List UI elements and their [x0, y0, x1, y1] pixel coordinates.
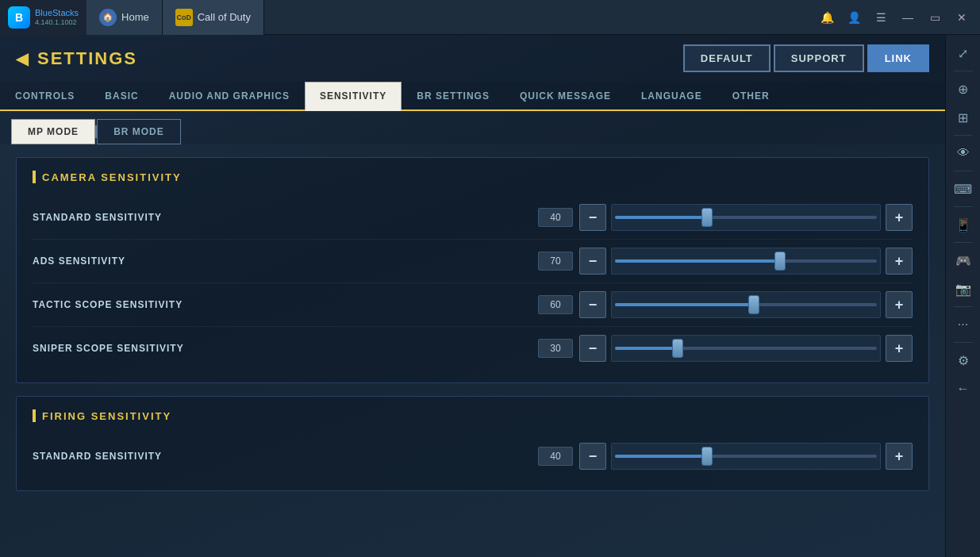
tab-controls[interactable]: CONTROLS	[0, 82, 90, 109]
bluestacks-name: BlueStacks	[35, 8, 79, 18]
standard-sens-increase[interactable]: +	[886, 204, 913, 231]
tab-audio-graphics[interactable]: AUDIO AND GRAPHICS	[154, 82, 305, 109]
settings-title-text: SETTINGS	[37, 48, 137, 69]
sniper-sens-increase[interactable]: +	[886, 335, 913, 362]
toolbar-separator-5	[954, 242, 973, 243]
notification-button[interactable]: 🔔	[815, 6, 839, 29]
tab-br-settings[interactable]: BR SETTINGS	[402, 82, 505, 109]
sniper-sens-slider[interactable]	[611, 335, 881, 362]
cod-label: Call of Duty	[198, 11, 251, 23]
tactic-sens-slider[interactable]	[611, 291, 881, 318]
settings-icon[interactable]: ⚙	[950, 347, 977, 374]
firing-standard-increase[interactable]: +	[886, 443, 913, 470]
settings-title: ◀ SETTINGS	[16, 48, 137, 69]
phone-icon[interactable]: 📱	[950, 211, 977, 238]
bluestacks-logo[interactable]: B BlueStacks 4.140.1.1002	[0, 0, 86, 35]
eye-icon[interactable]: 👁	[950, 140, 977, 167]
back-icon[interactable]: ←	[950, 375, 977, 402]
firing-standard-thumb[interactable]	[701, 447, 713, 466]
default-button[interactable]: DEFAULT	[683, 44, 771, 72]
tab-quick-message[interactable]: QUICK MESSAGE	[505, 82, 626, 109]
toolbar-separator-6	[954, 306, 973, 307]
firing-standard-decrease[interactable]: −	[579, 443, 606, 470]
camera-icon[interactable]: 📷	[950, 275, 977, 302]
toolbar-separator-4	[954, 206, 973, 207]
firing-sensitivity-title: FIRING SENSITIVITY	[33, 409, 913, 422]
link-button[interactable]: LINK	[867, 44, 929, 72]
tab-cod[interactable]: CoD Call of Duty	[163, 0, 264, 35]
bluestacks-version: 4.140.1.1002	[35, 18, 79, 26]
tactic-slider-thumb[interactable]	[748, 295, 759, 314]
standard-slider-track	[615, 216, 877, 219]
keyboard-icon[interactable]: ⌨	[950, 175, 977, 202]
sniper-sens-value: 30	[538, 339, 573, 358]
mode-br[interactable]: BR MODE	[97, 119, 181, 144]
ads-sens-increase[interactable]: +	[886, 248, 913, 275]
ads-sens-decrease[interactable]: −	[579, 248, 606, 275]
sniper-sens-controls: − +	[579, 335, 913, 362]
home-icon: 🏠	[99, 9, 117, 26]
ads-sens-value: 70	[538, 252, 573, 271]
gamepad-icon[interactable]: 🎮	[950, 247, 977, 274]
sniper-slider-track	[615, 347, 877, 350]
support-button[interactable]: SUPPORT	[774, 44, 864, 72]
standard-sens-value: 40	[538, 208, 573, 227]
tab-sensitivity[interactable]: SENSITIVITY	[305, 82, 402, 111]
tab-bar: CONTROLS BASIC AUDIO AND GRAPHICS SENSIT…	[0, 82, 945, 111]
more-icon[interactable]: ···	[950, 311, 977, 338]
ads-slider-fill	[615, 259, 780, 263]
settings-header-buttons: DEFAULT SUPPORT LINK	[683, 44, 929, 72]
firing-standard-row: STANDARD SENSITIVITY 40 − +	[33, 435, 913, 478]
menu-button[interactable]: ☰	[869, 6, 893, 29]
tab-home[interactable]: 🏠 Home	[86, 0, 163, 35]
firing-standard-slider[interactable]	[611, 443, 881, 470]
tactic-sens-label: TACTIC SCOPE SENSITIVITY	[33, 299, 538, 310]
toolbar-separator-1	[954, 71, 973, 71]
tactic-sens-controls: − +	[579, 291, 913, 318]
tactic-sens-decrease[interactable]: −	[579, 291, 606, 318]
ads-sens-label: ADS SENSITIVITY	[33, 255, 538, 267]
camera-sensitivity-label: CAMERA SENSITIVITY	[42, 171, 182, 183]
ads-sens-slider[interactable]	[611, 248, 881, 275]
maximize-button[interactable]: ▭	[923, 6, 947, 29]
standard-sens-slider[interactable]	[611, 204, 881, 231]
fit-icon[interactable]: ⊞	[950, 104, 977, 131]
mode-mp[interactable]: MP MODE	[11, 119, 95, 144]
standard-slider-thumb[interactable]	[701, 208, 713, 227]
firing-standard-label: STANDARD SENSITIVITY	[33, 451, 538, 462]
tab-basic[interactable]: BASIC	[90, 82, 153, 109]
zoom-icon[interactable]: ⊕	[950, 75, 977, 102]
tab-other[interactable]: OTHER	[717, 82, 785, 109]
tab-language[interactable]: LANGUAGE	[626, 82, 717, 109]
minimize-button[interactable]: —	[896, 6, 920, 29]
ads-slider-track	[615, 259, 877, 263]
settings-panel: ◀ SETTINGS DEFAULT SUPPORT LINK CONTROLS…	[0, 35, 945, 557]
account-button[interactable]: 👤	[842, 6, 866, 29]
standard-sens-label: STANDARD SENSITIVITY	[33, 212, 538, 223]
sniper-sens-decrease[interactable]: −	[579, 335, 606, 362]
sniper-sensitivity-row: SNIPER SCOPE SENSITIVITY 30 − +	[33, 327, 913, 370]
title-bar: B BlueStacks 4.140.1.1002 🏠 Home CoD Cal…	[0, 0, 980, 35]
firing-standard-controls: − +	[579, 443, 913, 470]
tactic-sensitivity-row: TACTIC SCOPE SENSITIVITY 60 − +	[33, 283, 913, 327]
tactic-sens-increase[interactable]: +	[886, 291, 913, 318]
settings-header: ◀ SETTINGS DEFAULT SUPPORT LINK	[0, 35, 945, 82]
standard-sens-controls: − +	[579, 204, 913, 231]
expand-icon[interactable]: ⤢	[950, 40, 977, 67]
standard-sensitivity-row: STANDARD SENSITIVITY 40 − +	[33, 196, 913, 240]
ads-slider-thumb[interactable]	[774, 252, 786, 271]
standard-slider-fill	[615, 216, 707, 219]
sniper-slider-thumb[interactable]	[672, 339, 683, 358]
tactic-slider-track	[615, 303, 877, 306]
toolbar-separator-3	[954, 171, 973, 171]
firing-standard-value: 40	[538, 447, 573, 466]
standard-sens-decrease[interactable]: −	[579, 204, 606, 231]
back-arrow-icon[interactable]: ◀	[16, 49, 29, 68]
close-button[interactable]: ✕	[950, 6, 974, 29]
mode-tabs: MP MODE BR MODE	[0, 111, 945, 144]
sniper-slider-fill	[615, 347, 678, 350]
toolbar-separator-7	[954, 342, 973, 343]
ads-sensitivity-row: ADS SENSITIVITY 70 − +	[33, 240, 913, 283]
settings-content[interactable]: CAMERA SENSITIVITY STANDARD SENSITIVITY …	[0, 144, 945, 557]
firing-title-bar-accent	[33, 409, 36, 422]
